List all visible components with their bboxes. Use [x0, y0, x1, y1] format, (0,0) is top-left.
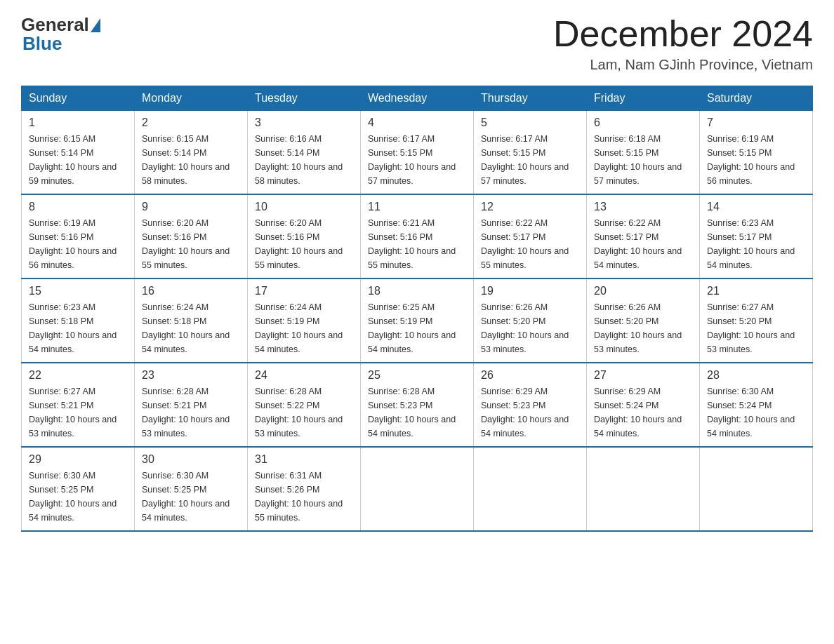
day-number: 20 — [594, 285, 692, 297]
calendar-week-4: 22 Sunrise: 6:27 AM Sunset: 5:21 PM Dayl… — [22, 363, 813, 447]
day-info: Sunrise: 6:19 AM Sunset: 5:15 PM Dayligh… — [707, 132, 805, 188]
day-info: Sunrise: 6:26 AM Sunset: 5:20 PM Dayligh… — [481, 300, 579, 356]
day-number: 10 — [255, 201, 353, 213]
day-number: 27 — [594, 369, 692, 382]
calendar-table: SundayMondayTuesdayWednesdayThursdayFrid… — [21, 86, 813, 532]
day-info: Sunrise: 6:18 AM Sunset: 5:15 PM Dayligh… — [594, 132, 692, 188]
day-number: 12 — [481, 201, 579, 213]
day-number: 3 — [255, 116, 353, 129]
logo-triangle-icon — [91, 18, 100, 32]
day-info: Sunrise: 6:29 AM Sunset: 5:23 PM Dayligh… — [481, 384, 579, 441]
day-number: 7 — [707, 116, 805, 129]
day-info: Sunrise: 6:26 AM Sunset: 5:20 PM Dayligh… — [594, 300, 692, 356]
calendar-cell: 27 Sunrise: 6:29 AM Sunset: 5:24 PM Dayl… — [587, 363, 700, 447]
day-number: 30 — [142, 453, 240, 466]
day-info: Sunrise: 6:31 AM Sunset: 5:26 PM Dayligh… — [255, 469, 353, 525]
day-info: Sunrise: 6:21 AM Sunset: 5:16 PM Dayligh… — [368, 216, 466, 272]
day-info: Sunrise: 6:22 AM Sunset: 5:17 PM Dayligh… — [481, 216, 579, 272]
day-info: Sunrise: 6:30 AM Sunset: 5:24 PM Dayligh… — [707, 384, 805, 441]
day-info: Sunrise: 6:25 AM Sunset: 5:19 PM Dayligh… — [368, 300, 466, 356]
calendar-cell: 9 Sunrise: 6:20 AM Sunset: 5:16 PM Dayli… — [135, 194, 248, 279]
day-info: Sunrise: 6:24 AM Sunset: 5:18 PM Dayligh… — [142, 300, 240, 356]
day-info: Sunrise: 6:19 AM Sunset: 5:16 PM Dayligh… — [29, 216, 127, 272]
day-number: 17 — [255, 285, 353, 297]
location-text: Lam, Nam GJinh Province, Vietnam — [553, 57, 813, 73]
day-number: 6 — [594, 116, 692, 129]
day-number: 31 — [255, 453, 353, 466]
day-number: 29 — [29, 453, 127, 466]
calendar-week-1: 1 Sunrise: 6:15 AM Sunset: 5:14 PM Dayli… — [22, 111, 813, 195]
day-number: 19 — [481, 285, 579, 297]
header-monday: Monday — [135, 86, 248, 111]
day-number: 5 — [481, 116, 579, 129]
calendar-cell: 2 Sunrise: 6:15 AM Sunset: 5:14 PM Dayli… — [135, 111, 248, 195]
calendar-cell: 7 Sunrise: 6:19 AM Sunset: 5:15 PM Dayli… — [700, 111, 813, 195]
day-number: 26 — [481, 369, 579, 382]
day-number: 11 — [368, 201, 466, 213]
day-info: Sunrise: 6:28 AM Sunset: 5:21 PM Dayligh… — [142, 384, 240, 441]
day-number: 13 — [594, 201, 692, 213]
calendar-cell: 31 Sunrise: 6:31 AM Sunset: 5:26 PM Dayl… — [248, 447, 361, 531]
calendar-cell: 25 Sunrise: 6:28 AM Sunset: 5:23 PM Dayl… — [361, 363, 474, 447]
calendar-cell — [474, 447, 587, 531]
day-info: Sunrise: 6:28 AM Sunset: 5:23 PM Dayligh… — [368, 384, 466, 441]
day-info: Sunrise: 6:22 AM Sunset: 5:17 PM Dayligh… — [594, 216, 692, 272]
day-number: 28 — [707, 369, 805, 382]
calendar-cell: 10 Sunrise: 6:20 AM Sunset: 5:16 PM Dayl… — [248, 194, 361, 279]
day-info: Sunrise: 6:24 AM Sunset: 5:19 PM Dayligh… — [255, 300, 353, 356]
page-header: General Blue December 2024 Lam, Nam GJin… — [21, 14, 813, 73]
calendar-cell: 24 Sunrise: 6:28 AM Sunset: 5:22 PM Dayl… — [248, 363, 361, 447]
calendar-cell: 14 Sunrise: 6:23 AM Sunset: 5:17 PM Dayl… — [700, 194, 813, 279]
calendar-cell: 15 Sunrise: 6:23 AM Sunset: 5:18 PM Dayl… — [22, 279, 135, 363]
day-number: 16 — [142, 285, 240, 297]
calendar-cell: 3 Sunrise: 6:16 AM Sunset: 5:14 PM Dayli… — [248, 111, 361, 195]
day-info: Sunrise: 6:27 AM Sunset: 5:21 PM Dayligh… — [29, 384, 127, 441]
day-number: 9 — [142, 201, 240, 213]
header-friday: Friday — [587, 86, 700, 111]
day-number: 4 — [368, 116, 466, 129]
title-area: December 2024 Lam, Nam GJinh Province, V… — [553, 14, 813, 73]
day-info: Sunrise: 6:27 AM Sunset: 5:20 PM Dayligh… — [707, 300, 805, 356]
calendar-cell: 23 Sunrise: 6:28 AM Sunset: 5:21 PM Dayl… — [135, 363, 248, 447]
calendar-week-5: 29 Sunrise: 6:30 AM Sunset: 5:25 PM Dayl… — [22, 447, 813, 531]
header-saturday: Saturday — [700, 86, 813, 111]
month-title: December 2024 — [553, 14, 813, 54]
calendar-cell: 12 Sunrise: 6:22 AM Sunset: 5:17 PM Dayl… — [474, 194, 587, 279]
calendar-cell — [587, 447, 700, 531]
day-info: Sunrise: 6:17 AM Sunset: 5:15 PM Dayligh… — [368, 132, 466, 188]
header-sunday: Sunday — [22, 86, 135, 111]
calendar-cell: 6 Sunrise: 6:18 AM Sunset: 5:15 PM Dayli… — [587, 111, 700, 195]
day-info: Sunrise: 6:17 AM Sunset: 5:15 PM Dayligh… — [481, 132, 579, 188]
logo: General Blue — [21, 14, 102, 55]
calendar-week-2: 8 Sunrise: 6:19 AM Sunset: 5:16 PM Dayli… — [22, 194, 813, 279]
day-number: 14 — [707, 201, 805, 213]
calendar-cell: 1 Sunrise: 6:15 AM Sunset: 5:14 PM Dayli… — [22, 111, 135, 195]
day-info: Sunrise: 6:15 AM Sunset: 5:14 PM Dayligh… — [142, 132, 240, 188]
day-info: Sunrise: 6:23 AM Sunset: 5:18 PM Dayligh… — [29, 300, 127, 356]
day-info: Sunrise: 6:20 AM Sunset: 5:16 PM Dayligh… — [142, 216, 240, 272]
day-info: Sunrise: 6:15 AM Sunset: 5:14 PM Dayligh… — [29, 132, 127, 188]
calendar-cell: 18 Sunrise: 6:25 AM Sunset: 5:19 PM Dayl… — [361, 279, 474, 363]
day-number: 1 — [29, 116, 127, 129]
calendar-cell: 16 Sunrise: 6:24 AM Sunset: 5:18 PM Dayl… — [135, 279, 248, 363]
calendar-cell — [361, 447, 474, 531]
calendar-cell: 8 Sunrise: 6:19 AM Sunset: 5:16 PM Dayli… — [22, 194, 135, 279]
day-info: Sunrise: 6:30 AM Sunset: 5:25 PM Dayligh… — [29, 469, 127, 525]
calendar-cell: 11 Sunrise: 6:21 AM Sunset: 5:16 PM Dayl… — [361, 194, 474, 279]
day-number: 15 — [29, 285, 127, 297]
calendar-cell: 19 Sunrise: 6:26 AM Sunset: 5:20 PM Dayl… — [474, 279, 587, 363]
header-wednesday: Wednesday — [361, 86, 474, 111]
calendar-week-3: 15 Sunrise: 6:23 AM Sunset: 5:18 PM Dayl… — [22, 279, 813, 363]
day-number: 18 — [368, 285, 466, 297]
day-info: Sunrise: 6:29 AM Sunset: 5:24 PM Dayligh… — [594, 384, 692, 441]
calendar-cell: 30 Sunrise: 6:30 AM Sunset: 5:25 PM Dayl… — [135, 447, 248, 531]
logo-blue-text: Blue — [21, 33, 62, 55]
day-number: 23 — [142, 369, 240, 382]
calendar-cell: 13 Sunrise: 6:22 AM Sunset: 5:17 PM Dayl… — [587, 194, 700, 279]
day-number: 8 — [29, 201, 127, 213]
calendar-cell: 28 Sunrise: 6:30 AM Sunset: 5:24 PM Dayl… — [700, 363, 813, 447]
calendar-cell: 17 Sunrise: 6:24 AM Sunset: 5:19 PM Dayl… — [248, 279, 361, 363]
calendar-cell: 22 Sunrise: 6:27 AM Sunset: 5:21 PM Dayl… — [22, 363, 135, 447]
calendar-cell: 21 Sunrise: 6:27 AM Sunset: 5:20 PM Dayl… — [700, 279, 813, 363]
day-number: 22 — [29, 369, 127, 382]
